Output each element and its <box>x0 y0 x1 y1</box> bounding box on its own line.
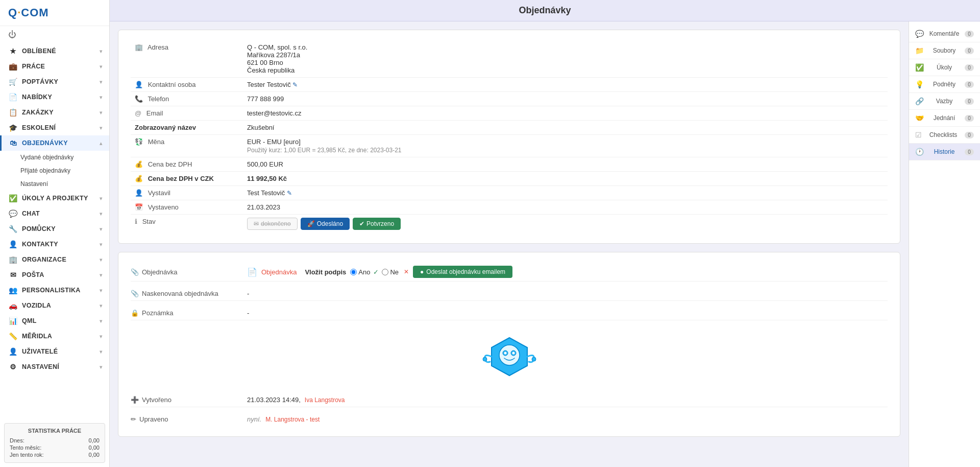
subitem-label: Nastavení <box>20 180 48 188</box>
paperclip-icon2: 📎 <box>131 290 139 297</box>
right-panel-label: Historie <box>934 148 955 155</box>
sidebar-item-label: CHAT <box>22 210 40 217</box>
right-panel-label: Checklists <box>929 131 958 138</box>
right-panel-soubory[interactable]: 📁 Soubory 0 <box>909 42 980 59</box>
chart-icon: 📊 <box>9 317 18 325</box>
sidebar-subitem-prijate[interactable]: Přijaté objednávky <box>0 164 109 177</box>
history-icon: 🕐 <box>915 148 924 156</box>
sidebar-item-pomucky[interactable]: 🔧 POMŮCKY ▾ <box>0 221 109 237</box>
x-icon[interactable]: ✕ <box>404 268 409 275</box>
sidebar-item-nastaveni[interactable]: ⚙ NASTAVENÍ ▾ <box>0 359 109 375</box>
right-panel-historie[interactable]: 🕐 Historie 0 <box>909 144 980 160</box>
chevron-down-icon: ▾ <box>100 64 102 69</box>
edit-icon[interactable]: ✎ <box>287 190 292 197</box>
sidebar-item-ukoly[interactable]: ✅ ÚKOLY A PROJEKTY ▾ <box>0 191 109 206</box>
right-panel-komentare[interactable]: 💬 Komentáře 0 <box>909 26 980 42</box>
radio-ano-input[interactable] <box>350 269 357 275</box>
pdf-icon: 📄 <box>247 267 257 277</box>
mascot-area <box>131 325 888 388</box>
sidebar-item-label: NASTAVENÍ <box>22 363 59 370</box>
sidebar-item-label: QML <box>22 317 37 324</box>
right-panel-vazby[interactable]: 🔗 Vazby 0 <box>909 93 980 110</box>
sidebar-item-oblibene[interactable]: ★ OBLÍBENÉ ▾ <box>0 43 109 59</box>
adresa-label: Adresa <box>148 43 168 51</box>
sidebar-item-label: ORGANIZACE <box>22 256 66 263</box>
order-row-upraveno: ✏ Upraveno nyní. M. Langstrova - test <box>131 412 888 426</box>
right-panel-jednani[interactable]: 🤝 Jednání 0 <box>909 110 980 127</box>
sidebar-item-zakazky[interactable]: 📋 ZAKÁZKY ▾ <box>0 105 109 120</box>
stav-buttons: ✉ dokončeno 🚀 Odesláno ✔ <box>243 215 888 233</box>
cena-value: 500,00 EUR <box>243 157 888 172</box>
sidebar-item-label: eSKOLENÍ <box>22 124 56 131</box>
sidebar-item-chat[interactable]: 💬 CHAT ▾ <box>0 206 109 221</box>
sidebar-item-poptavky[interactable]: 🛒 POPTÁVKY ▾ <box>0 74 109 89</box>
right-panel-badge: 0 <box>965 149 974 155</box>
adresa-line1: Q - COM, spol. s r.o. <box>247 43 884 51</box>
power-button[interactable]: ⏻ <box>0 26 109 43</box>
right-panel-label: Podněty <box>933 81 955 88</box>
order-row-objednavka: 📎 Objednávka 📄 Objednávka Vložit podpis … <box>131 263 888 282</box>
sidebar-item-label: POPTÁVKY <box>22 78 58 85</box>
sidebar-item-personalistika[interactable]: 👥 PERSONALISTIKA ▾ <box>0 283 109 298</box>
vystaveno-value: 21.03.2023 <box>243 200 888 215</box>
sidebar-subitem-nastaveni-sub[interactable]: Nastavení <box>0 177 109 191</box>
work-icon: 💼 <box>9 62 18 71</box>
status-btn-odeslano[interactable]: 🚀 Odesláno <box>301 218 350 230</box>
sidebar-item-posta[interactable]: ✉ POŠTA ▾ <box>0 267 109 283</box>
sidebar-item-kontakty[interactable]: 👤 KONTAKTY ▾ <box>0 237 109 252</box>
status-icon: ✔ <box>359 220 364 227</box>
upraveno-person[interactable]: M. Langstrova - test <box>265 416 320 423</box>
chat-icon: 💬 <box>9 209 18 218</box>
right-panel-checklists[interactable]: ☑ Checklists 0 <box>909 127 980 144</box>
chevron-down-icon: ▾ <box>100 334 102 339</box>
radio-ne-input[interactable] <box>382 269 388 275</box>
radio-ano[interactable]: Ano <box>350 268 370 276</box>
sidebar-item-label: MĚŘIDLA <box>22 333 52 340</box>
sidebar-item-label: OBJEDNÁVKY <box>22 139 68 147</box>
cena-czk-label: Cena bez DPH v CZK <box>148 175 214 182</box>
star-icon: ★ <box>9 47 18 55</box>
vytvoreno-person[interactable]: Iva Langstrova <box>305 396 345 404</box>
stav-label: Stav <box>142 218 156 225</box>
sidebar-item-meridla[interactable]: 📏 MĚŘIDLA ▾ <box>0 329 109 344</box>
order-row-poznamka: 🔒 Poznámka - <box>131 306 888 320</box>
sidebar-item-uzivatele[interactable]: 👤 UŽIVATELÉ ▾ <box>0 344 109 359</box>
sidebar-item-qml[interactable]: 📊 QML ▾ <box>0 313 109 329</box>
graduation-icon: 🎓 <box>9 124 18 132</box>
right-panel: 💬 Komentáře 0 📁 Soubory 0 ✅ Úkoly 0 💡 Po… <box>909 21 980 467</box>
radio-group: Ano ✓ Ne ✕ <box>350 268 409 276</box>
right-panel-badge: 0 <box>965 48 974 54</box>
status-btn-dokonceno[interactable]: ✉ dokončeno <box>247 218 298 230</box>
label-text: Poznámka <box>142 309 173 317</box>
sidebar-item-objednavky[interactable]: 🛍 OBJEDNÁVKY ▴ <box>0 135 109 151</box>
sidebar-item-organizace[interactable]: 🏢 ORGANIZACE ▾ <box>0 252 109 267</box>
radio-ne[interactable]: Ne <box>382 268 399 276</box>
chevron-down-icon: ▾ <box>100 349 102 355</box>
kontakt-name: Tester Testovič <box>247 81 291 88</box>
edit-icon[interactable]: ✎ <box>292 81 298 88</box>
order-section: 📎 Objednávka 📄 Objednávka Vložit podpis … <box>131 263 888 426</box>
right-panel-podnety[interactable]: 💡 Podněty 0 <box>909 76 980 93</box>
car-icon: 🚗 <box>9 301 18 310</box>
sidebar-item-nabidky[interactable]: 📄 NABÍDKY ▾ <box>0 89 109 105</box>
sidebar-subitem-vydane[interactable]: Vydané objednávky <box>0 151 109 164</box>
sidebar-item-eskoleni[interactable]: 🎓 eSKOLENÍ ▾ <box>0 120 109 135</box>
right-panel-badge: 0 <box>965 31 974 37</box>
status-label: Potvrzeno <box>366 220 394 227</box>
status-btn-potvrzeno[interactable]: ✔ Potvrzeno <box>353 218 401 230</box>
table-row: 💰 Cena bez DPH 500,00 EUR <box>131 157 888 172</box>
price-czk-icon: 💰 <box>135 175 143 182</box>
sidebar-item-prace[interactable]: 💼 PRÁCE ▾ <box>0 59 109 74</box>
stats-value: 0,00 <box>89 437 100 443</box>
cart-icon: 🛒 <box>9 78 18 86</box>
order-value: nyní. M. Langstrova - test <box>247 415 888 423</box>
objednavka-link[interactable]: Objednávka <box>261 268 297 276</box>
order-label: ➕ Vytvořeno <box>131 396 243 404</box>
check-icon: ✓ <box>373 268 379 276</box>
sidebar-item-vozidla[interactable]: 🚗 VOZIDLA ▾ <box>0 298 109 313</box>
order-value: - <box>247 290 888 297</box>
mena-label: Měna <box>148 138 165 146</box>
send-email-button[interactable]: ● Odeslat objednávku emailem <box>413 266 512 278</box>
right-panel-ukoly[interactable]: ✅ Úkoly 0 <box>909 59 980 76</box>
info-card: 🏢 Adresa Q - COM, spol. s r.o. Maříkova … <box>118 30 900 244</box>
